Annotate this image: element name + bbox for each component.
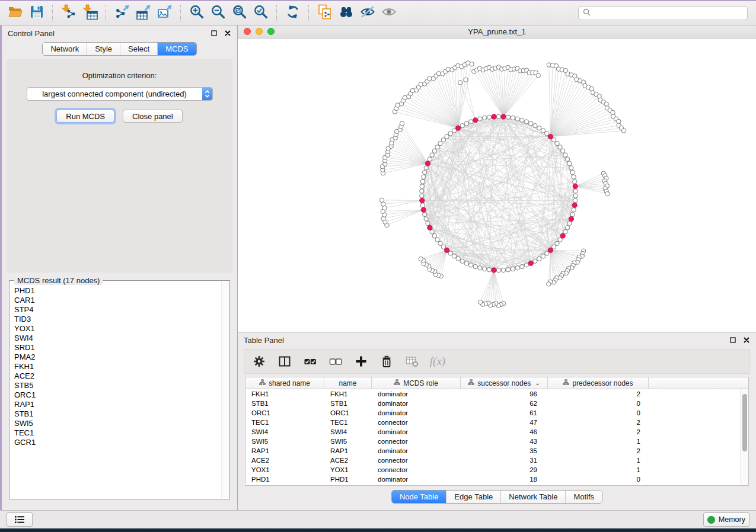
table-row[interactable]: ACE2ACE2connector311	[245, 456, 748, 465]
network-node[interactable]	[432, 149, 436, 153]
network-node[interactable]	[470, 62, 474, 66]
tab-mcds[interactable]: MCDS	[157, 43, 196, 55]
network-node[interactable]	[435, 145, 439, 149]
duplicate-network-button[interactable]	[314, 4, 336, 23]
network-node[interactable]	[379, 198, 384, 202]
network-node[interactable]	[448, 132, 452, 136]
network-node[interactable]	[460, 259, 464, 263]
network-node[interactable]	[605, 191, 610, 196]
mcds-node[interactable]	[492, 268, 496, 273]
network-node[interactable]	[496, 268, 500, 273]
export-network-button[interactable]	[111, 4, 133, 23]
mcds-node[interactable]	[528, 261, 533, 265]
network-node[interactable]	[541, 129, 545, 133]
column-header-shared-name[interactable]: shared name	[245, 377, 324, 389]
network-node[interactable]	[419, 257, 423, 261]
table-scrollbar[interactable]	[740, 389, 748, 485]
network-node[interactable]	[520, 264, 524, 268]
float-panel-icon[interactable]	[210, 30, 218, 37]
network-node[interactable]	[617, 119, 621, 123]
network-node[interactable]	[456, 257, 460, 261]
network-node[interactable]	[541, 254, 545, 258]
network-node[interactable]	[400, 121, 404, 126]
refresh-button[interactable]	[282, 4, 304, 23]
mcds-result-item[interactable]: ACE2	[10, 371, 229, 381]
network-node[interactable]	[573, 194, 578, 198]
network-node[interactable]	[478, 117, 482, 121]
network-node[interactable]	[430, 230, 434, 234]
network-node[interactable]	[537, 257, 541, 261]
network-node[interactable]	[464, 121, 468, 126]
export-table-button[interactable]	[133, 4, 154, 23]
column-header-name[interactable]: name	[324, 377, 372, 389]
deselect-all-icon[interactable]	[328, 354, 343, 368]
float-panel-icon[interactable]	[729, 336, 736, 344]
search-box[interactable]	[578, 6, 748, 20]
network-graph[interactable]	[238, 39, 756, 332]
column-header-MCDS-role[interactable]: MCDS role	[372, 377, 461, 389]
delete-icon[interactable]	[379, 354, 394, 368]
mcds-node[interactable]	[421, 207, 426, 212]
mcds-result-item[interactable]: ORC1	[10, 390, 229, 400]
save-button[interactable]	[26, 4, 47, 23]
close-panel-icon[interactable]	[224, 30, 231, 37]
zoom-in-button[interactable]	[186, 4, 208, 23]
network-node[interactable]	[473, 264, 477, 268]
import-network-button[interactable]	[58, 4, 79, 23]
tab-network[interactable]: Network	[43, 43, 87, 55]
network-node[interactable]	[567, 161, 572, 165]
mcds-node[interactable]	[501, 114, 506, 119]
network-node[interactable]	[565, 157, 569, 161]
mcds-result-item[interactable]: SWI5	[10, 419, 229, 428]
open-folder-button[interactable]	[5, 4, 26, 23]
network-node[interactable]	[464, 78, 468, 82]
mcds-node[interactable]	[573, 184, 578, 188]
network-node[interactable]	[441, 137, 445, 142]
tab-motifs[interactable]: Motifs	[565, 491, 602, 503]
network-node[interactable]	[464, 261, 468, 265]
network-node[interactable]	[482, 267, 486, 271]
window-close-icon[interactable]	[244, 28, 251, 35]
tab-network-table[interactable]: Network Table	[500, 491, 565, 503]
select-all-icon[interactable]	[302, 354, 318, 368]
mcds-node[interactable]	[569, 216, 573, 221]
network-node[interactable]	[611, 110, 615, 114]
zoom-fit-button[interactable]	[229, 4, 250, 23]
network-node[interactable]	[573, 198, 577, 203]
mcds-result-item[interactable]: GCR1	[10, 438, 229, 447]
network-node[interactable]	[423, 170, 427, 174]
network-node[interactable]	[420, 194, 424, 198]
columns-icon[interactable]	[277, 354, 292, 368]
mcds-result-item[interactable]: PMA2	[10, 352, 229, 362]
mcds-result-item[interactable]: STP4	[10, 305, 229, 315]
mcds-node[interactable]	[444, 248, 449, 252]
export-image-button[interactable]	[154, 4, 176, 23]
network-node[interactable]	[547, 282, 551, 286]
network-node[interactable]	[428, 157, 432, 161]
mcds-node[interactable]	[473, 118, 477, 123]
network-node[interactable]	[479, 300, 483, 304]
run-mcds-button[interactable]: Run MCDS	[56, 110, 114, 123]
tab-edge-table[interactable]: Edge Table	[446, 491, 500, 503]
network-node[interactable]	[496, 114, 500, 118]
network-node[interactable]	[511, 267, 515, 271]
table-row[interactable]: ORC1ORC1dominator610	[245, 408, 748, 418]
network-node[interactable]	[438, 141, 442, 145]
mcds-result-item[interactable]: SRD1	[10, 343, 229, 352]
eye-slash-button[interactable]	[357, 4, 378, 23]
network-node[interactable]	[533, 259, 537, 263]
network-node[interactable]	[506, 115, 510, 119]
search-input[interactable]	[594, 8, 743, 18]
criterion-select[interactable]: largest connected component (undirected)	[27, 87, 213, 101]
column-header-successor-nodes[interactable]: successor nodes⌄	[461, 377, 548, 389]
network-node[interactable]	[420, 180, 425, 184]
network-node[interactable]	[424, 217, 428, 221]
window-maximize-icon[interactable]	[267, 28, 275, 35]
window-minimize-icon[interactable]	[256, 28, 263, 35]
mcds-result-item[interactable]: RAP1	[10, 400, 229, 409]
mcds-result-item[interactable]: CAR1	[10, 296, 229, 305]
table-row[interactable]: TEC1TEC1connector472	[245, 418, 748, 427]
network-node[interactable]	[452, 254, 456, 258]
network-node[interactable]	[487, 268, 491, 272]
network-node[interactable]	[511, 116, 515, 120]
